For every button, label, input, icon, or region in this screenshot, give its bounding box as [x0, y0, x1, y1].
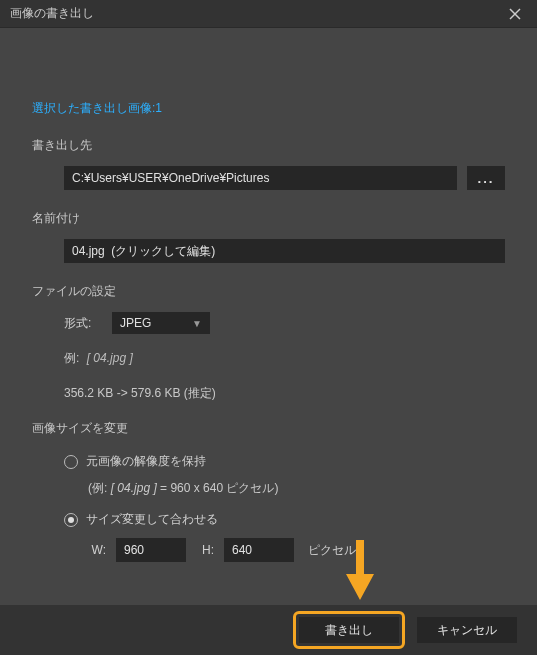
resize-label: 画像サイズを変更	[32, 420, 505, 437]
close-icon	[509, 8, 521, 20]
keep-example-prefix: (例:	[88, 481, 107, 495]
close-button[interactable]	[501, 2, 529, 26]
file-settings-box: 形式: JPEG ▼ 例: [ 04.jpg ] 356.2 KB -> 579…	[32, 312, 505, 402]
format-dropdown[interactable]: JPEG ▼	[112, 312, 210, 334]
window-title: 画像の書き出し	[10, 5, 94, 22]
export-button[interactable]: 書き出し	[299, 617, 399, 643]
footer: 書き出し キャンセル	[0, 605, 537, 655]
naming-field[interactable]	[64, 239, 505, 263]
naming-label: 名前付け	[32, 210, 505, 227]
destination-row: ...	[32, 166, 505, 190]
radio-keep-original[interactable]: 元画像の解像度を保持	[32, 453, 505, 470]
file-settings-label: ファイルの設定	[32, 283, 505, 300]
keep-example-value: [ 04.jpg ]	[111, 481, 157, 495]
format-label: 形式:	[64, 315, 100, 332]
format-example-value: [ 04.jpg ]	[87, 351, 133, 365]
format-row: 形式: JPEG ▼	[32, 312, 505, 334]
titlebar: 画像の書き出し	[0, 0, 537, 28]
keep-example-suffix: = 960 x 640 ピクセル)	[160, 481, 278, 495]
radio-icon-keep	[64, 455, 78, 469]
height-field[interactable]	[224, 538, 294, 562]
export-button-highlight: 書き出し	[293, 611, 405, 649]
height-label: H:	[196, 543, 214, 557]
format-example-row: 例: [ 04.jpg ]	[32, 350, 505, 367]
size-estimate: 356.2 KB -> 579.6 KB (推定)	[32, 385, 505, 402]
unit-label: ピクセル	[308, 542, 356, 559]
destination-path-field[interactable]	[64, 166, 457, 190]
dimensions-row: W: H: ピクセル	[32, 538, 505, 562]
radio-keep-original-label: 元画像の解像度を保持	[86, 453, 206, 470]
radio-fit-label: サイズ変更して合わせる	[86, 511, 218, 528]
selected-images-header: 選択した書き出し画像:1	[32, 100, 505, 117]
width-field[interactable]	[116, 538, 186, 562]
selected-images-count: 1	[155, 101, 162, 115]
selected-images-label: 選択した書き出し画像:	[32, 101, 155, 115]
format-value: JPEG	[120, 316, 151, 330]
radio-fit-resize[interactable]: サイズ変更して合わせる	[32, 511, 505, 528]
format-example-label: 例:	[64, 351, 79, 365]
keep-original-example: (例: [ 04.jpg ] = 960 x 640 ピクセル)	[32, 480, 505, 497]
destination-label: 書き出し先	[32, 137, 505, 154]
chevron-down-icon: ▼	[192, 318, 202, 329]
cancel-button[interactable]: キャンセル	[417, 617, 517, 643]
dialog-content: 選択した書き出し画像:1 書き出し先 ... 名前付け ファイルの設定 形式: …	[0, 28, 537, 562]
browse-button[interactable]: ...	[467, 166, 505, 190]
width-label: W:	[88, 543, 106, 557]
naming-row	[32, 239, 505, 263]
radio-icon-fit	[64, 513, 78, 527]
